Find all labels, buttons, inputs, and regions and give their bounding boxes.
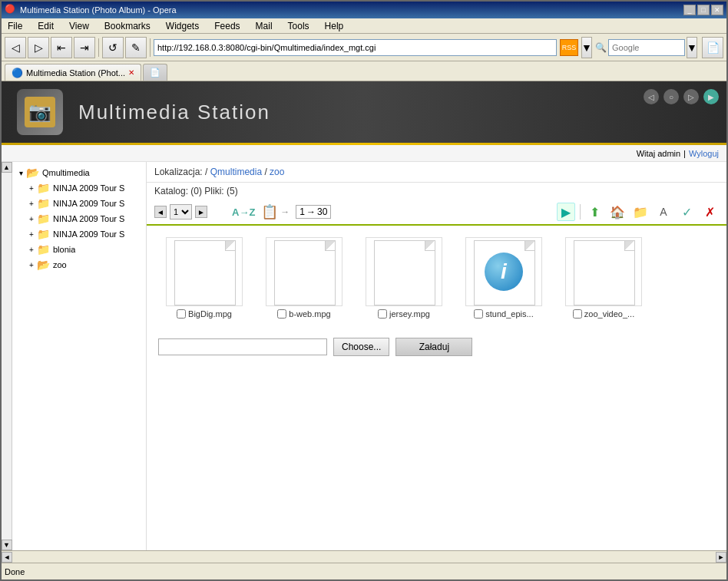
toolbar-separator-1: [98, 38, 99, 57]
folder-add-icon[interactable]: 📁: [631, 203, 650, 221]
tree-toggle-ninja4[interactable]: +: [26, 229, 37, 239]
file-checkbox-stund[interactable]: [474, 309, 483, 319]
forward-button[interactable]: ▷: [28, 37, 49, 58]
sidebar-item-ninja1[interactable]: + 📁 NINJA 2009 Tour S: [12, 180, 146, 196]
sidebar-scroll-down[interactable]: ▼: [2, 540, 12, 550]
minimize-button[interactable]: _: [683, 5, 696, 15]
file-item-zoo-video[interactable]: zoo_video_...: [558, 237, 650, 319]
greeting-text: Witaj admin: [637, 149, 680, 158]
tree-toggle-ninja2[interactable]: +: [26, 198, 37, 209]
fast-forward-button[interactable]: ⇥: [74, 37, 95, 58]
page-current: 1: [299, 206, 305, 217]
menu-edit[interactable]: Edit: [35, 21, 57, 31]
rewind-button[interactable]: ⇤: [51, 37, 72, 58]
menu-help[interactable]: Help: [322, 21, 347, 31]
scroll-right-button[interactable]: ►: [716, 552, 726, 563]
pager-select[interactable]: 1: [170, 204, 192, 220]
tree-toggle-ninja3[interactable]: +: [26, 213, 37, 224]
file-thumb-zoo-video: [565, 237, 642, 306]
reload-button[interactable]: ↺: [102, 37, 124, 58]
tree-label-qmultimedia: Qmultimedia: [42, 168, 90, 177]
sidebar-item-ninja4[interactable]: + 📁 NINJA 2009 Tour S: [12, 226, 146, 242]
sort-az-button[interactable]: A→Z: [232, 206, 255, 218]
pager-next-button[interactable]: ►: [195, 206, 207, 218]
file-checkbox-zoo-video[interactable]: [573, 309, 582, 319]
new-tab-icon: 📄: [150, 68, 160, 78]
file-checkbox-bweb[interactable]: [277, 309, 286, 319]
content-toolbar: ◄ 1 ► A→Z 📋 → 1 → 30: [147, 200, 726, 226]
copy-icon[interactable]: 📋: [261, 203, 278, 220]
menu-feeds[interactable]: Feeds: [211, 21, 243, 31]
header-prev-button[interactable]: ◁: [644, 89, 659, 104]
sidebar-item-blonia[interactable]: + 📁 blonia: [12, 242, 146, 257]
dropdown-button[interactable]: ▼: [581, 37, 592, 58]
play-button[interactable]: ▶: [557, 203, 575, 221]
menu-tools[interactable]: Tools: [285, 21, 313, 31]
sidebar-scrollbar[interactable]: ▲ ▼: [2, 162, 12, 550]
browser-window: 🔴 Multimedia Station (Photo Album) - Ope…: [0, 0, 728, 581]
menu-bookmarks[interactable]: Bookmarks: [101, 21, 154, 31]
tree-toggle-ninja1[interactable]: +: [26, 183, 37, 193]
tab-close-button[interactable]: ✕: [128, 68, 134, 77]
tree-toggle-blonia[interactable]: +: [26, 244, 37, 255]
menu-file[interactable]: File: [5, 21, 25, 31]
page-count-display: 1 → 30: [296, 205, 331, 219]
page-button[interactable]: 📄: [702, 37, 723, 58]
sidebar-scroll-up[interactable]: ▲: [2, 162, 12, 173]
rename-icon[interactable]: A: [654, 203, 673, 221]
maximize-button[interactable]: □: [697, 5, 710, 15]
main-content: ▲ ▼ ▾ 📂 Qmultimedia + 📁 NINJA 2009 Tour …: [2, 162, 726, 550]
file-item-bigdig[interactable]: BigDig.mpg: [158, 237, 250, 319]
search-input[interactable]: [608, 39, 685, 56]
location-root-link[interactable]: Qmultimedia: [210, 167, 262, 177]
header-next-button[interactable]: ▷: [683, 89, 699, 104]
choose-button[interactable]: Choose...: [333, 338, 389, 356]
edit-button[interactable]: ✎: [125, 37, 147, 58]
home-icon[interactable]: 🏠: [608, 203, 627, 221]
back-button[interactable]: ◁: [5, 37, 26, 58]
user-bar: Witaj admin | Wyloguj: [2, 145, 726, 162]
close-button[interactable]: ✕: [711, 5, 723, 15]
header-home-button[interactable]: ○: [663, 89, 679, 104]
arrow-icon: →: [280, 206, 290, 217]
tree-toggle-qmultimedia[interactable]: ▾: [15, 167, 26, 178]
upload-file-input[interactable]: [158, 338, 327, 355]
check-icon[interactable]: ✓: [677, 203, 696, 221]
menu-widgets[interactable]: Widgets: [163, 21, 202, 31]
rss-button[interactable]: RSS: [560, 39, 578, 56]
tree-toggle-zoo[interactable]: +: [26, 259, 37, 270]
tab-icon: 🔵: [12, 68, 23, 78]
location-current-link[interactable]: zoo: [270, 167, 284, 177]
menu-view[interactable]: View: [66, 21, 92, 31]
file-item-jersey[interactable]: jersey.mpg: [358, 237, 450, 319]
new-tab[interactable]: 📄: [143, 64, 167, 81]
scroll-left-button[interactable]: ◄: [2, 552, 12, 563]
header-play-button[interactable]: ▶: [703, 89, 719, 104]
address-area: RSS ▼ 🔍 ▼: [154, 37, 697, 58]
file-checkbox-jersey[interactable]: [378, 309, 387, 319]
logout-link[interactable]: Wyloguj: [689, 149, 719, 158]
catalog-info-text: Katalog: (0) Pliki: (5): [154, 186, 238, 196]
file-page-zoo-video: [574, 240, 635, 305]
sidebar-item-ninja2[interactable]: + 📁 NINJA 2009 Tour S: [12, 196, 146, 211]
file-checkbox-bigdig[interactable]: [177, 309, 186, 319]
sidebar-item-zoo[interactable]: + 📂 zoo: [12, 257, 146, 272]
active-tab[interactable]: 🔵 Multimedia Station (Phot... ✕: [5, 64, 141, 81]
sidebar-item-qmultimedia[interactable]: ▾ 📂 Qmultimedia: [12, 165, 146, 180]
upload-icon[interactable]: ⬆: [585, 203, 604, 221]
file-label-jersey: jersey.mpg: [389, 309, 430, 319]
address-input[interactable]: [154, 39, 557, 56]
browser-logo: 🔴: [5, 4, 17, 16]
pager-prev-button[interactable]: ◄: [154, 206, 167, 218]
sidebar: ▾ 📂 Qmultimedia + 📁 NINJA 2009 Tour S + …: [12, 162, 147, 550]
search-dropdown-button[interactable]: ▼: [687, 37, 697, 58]
file-item-bweb[interactable]: b-web.mpg: [258, 237, 350, 319]
tree-label-ninja3: NINJA 2009 Tour S: [53, 214, 124, 223]
window-controls: _ □ ✕: [683, 5, 723, 15]
file-item-stund[interactable]: i stund_epis...: [458, 237, 550, 319]
horizontal-scrollbar[interactable]: ◄ ►: [2, 550, 726, 563]
sidebar-item-ninja3[interactable]: + 📁 NINJA 2009 Tour S: [12, 211, 146, 226]
upload-button[interactable]: Załaduj: [395, 338, 472, 356]
menu-mail[interactable]: Mail: [253, 21, 276, 31]
delete-icon[interactable]: ✗: [700, 203, 719, 221]
